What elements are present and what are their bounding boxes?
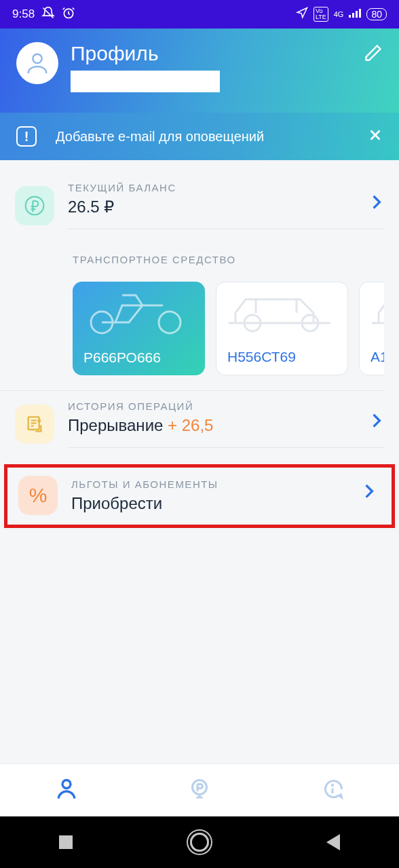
percent-icon: % bbox=[18, 476, 58, 515]
svg-rect-3 bbox=[356, 11, 358, 18]
balance-value: 26.5 ₽ bbox=[68, 197, 384, 216]
svg-rect-4 bbox=[359, 9, 361, 18]
svg-point-14 bbox=[38, 419, 40, 421]
vehicle-card[interactable]: Р666РО666 bbox=[73, 282, 205, 375]
vehicle-list[interactable]: Р666РО666 Н556СТ69 А1 bbox=[15, 282, 384, 375]
profile-name-redacted bbox=[71, 71, 220, 92]
battery-icon: 80 bbox=[366, 8, 387, 20]
vehicle-section-label: ТРАНСПОРТНОЕ СРЕДСТВО bbox=[15, 254, 384, 265]
status-bar: 9:58 VoLTE 4G 80 bbox=[0, 0, 399, 29]
vehicle-section: ТРАНСПОРТНОЕ СРЕДСТВО Р666РО666 Н556СТ69 bbox=[0, 242, 384, 391]
notifications-off-icon bbox=[41, 6, 55, 23]
alert-text: Добавьте e-mail для оповещений bbox=[56, 129, 349, 145]
svg-point-17 bbox=[332, 785, 333, 786]
location-icon bbox=[296, 7, 308, 22]
motorcycle-icon bbox=[78, 288, 193, 336]
balance-label: ТЕКУЩИЙ БАЛАНС bbox=[68, 182, 384, 193]
alert-close-button[interactable] bbox=[368, 128, 383, 146]
vehicle-plate: Р666РО666 bbox=[83, 350, 194, 366]
receipt-icon bbox=[15, 404, 54, 444]
nav-info[interactable] bbox=[320, 777, 345, 804]
svg-point-15 bbox=[62, 780, 71, 788]
nav-parking[interactable] bbox=[187, 777, 212, 804]
car-icon bbox=[222, 289, 337, 337]
svg-point-8 bbox=[159, 312, 180, 333]
benefits-row[interactable]: % ЛЬГОТЫ И АБОНЕМЕНТЫ Приобрести bbox=[4, 464, 395, 528]
android-recents-button[interactable] bbox=[59, 835, 73, 849]
benefits-label: ЛЬГОТЫ И АБОНЕМЕНТЫ bbox=[71, 478, 381, 490]
volte-icon: VoLTE bbox=[314, 7, 328, 22]
svg-rect-2 bbox=[352, 13, 354, 18]
car-icon bbox=[365, 289, 384, 337]
alarm-icon bbox=[62, 6, 75, 23]
svg-rect-1 bbox=[349, 15, 351, 18]
history-value: Прерывание + 26,5 bbox=[68, 416, 384, 435]
android-back-button[interactable] bbox=[326, 834, 340, 850]
vehicle-card[interactable]: А1 bbox=[359, 282, 384, 375]
vehicle-plate: А1 bbox=[370, 349, 384, 365]
svg-point-5 bbox=[33, 54, 41, 63]
history-label: ИСТОРИЯ ОПЕРАЦИЙ bbox=[68, 400, 384, 412]
nav-profile[interactable] bbox=[54, 777, 79, 804]
avatar[interactable] bbox=[16, 42, 58, 84]
profile-header: Профиль bbox=[0, 29, 399, 113]
history-row[interactable]: ИСТОРИЯ ОПЕРАЦИЙ Прерывание + 26,5 bbox=[0, 391, 399, 460]
status-time: 9:58 bbox=[12, 7, 35, 21]
chevron-right-icon bbox=[372, 413, 381, 431]
chevron-right-icon bbox=[364, 484, 374, 502]
signal-icon: 4G bbox=[334, 10, 344, 18]
bottom-nav bbox=[0, 763, 399, 816]
ruble-icon bbox=[15, 186, 54, 225]
signal-bars-icon bbox=[349, 7, 361, 21]
vehicle-card[interactable]: Н556СТ69 bbox=[216, 282, 348, 375]
alert-icon: ! bbox=[16, 126, 37, 147]
benefits-value: Приобрести bbox=[71, 494, 381, 513]
balance-row[interactable]: ТЕКУЩИЙ БАЛАНС 26.5 ₽ bbox=[0, 172, 399, 242]
android-home-button[interactable] bbox=[190, 833, 209, 852]
email-alert-banner[interactable]: ! Добавьте e-mail для оповещений bbox=[0, 113, 399, 160]
page-title: Профиль bbox=[71, 42, 220, 65]
android-nav-bar bbox=[0, 816, 399, 868]
svg-point-6 bbox=[26, 197, 44, 215]
edit-profile-button[interactable] bbox=[364, 43, 383, 65]
vehicle-plate: Н556СТ69 bbox=[227, 349, 337, 365]
chevron-right-icon bbox=[372, 195, 381, 212]
